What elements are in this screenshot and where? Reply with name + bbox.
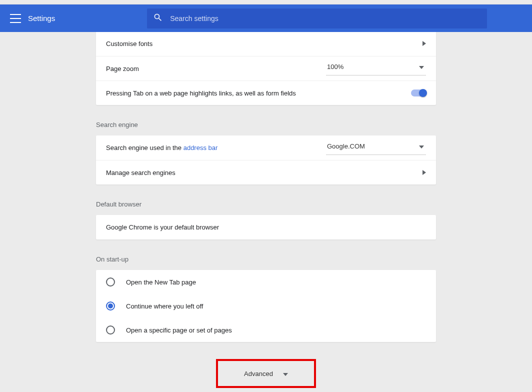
browser-chrome-strip	[0, 0, 532, 4]
search-engine-value: Google.COM	[327, 142, 365, 150]
search-input[interactable]	[170, 14, 481, 22]
search-icon	[153, 12, 163, 24]
chevron-right-icon	[422, 169, 426, 176]
default-browser-card: Google Chrome is your default browser	[96, 215, 436, 240]
advanced-label: Advanced	[244, 370, 273, 378]
menu-icon[interactable]	[10, 14, 21, 23]
search-engine-label: Search engine used in the address bar	[106, 144, 326, 152]
radio-icon[interactable]	[106, 326, 115, 334]
appearance-card: Customise fonts Page zoom 100% Pressing …	[96, 32, 436, 105]
startup-option-continue[interactable]: Continue where you left off	[96, 294, 436, 318]
search-bar[interactable]	[147, 8, 487, 28]
startup-option-label: Continue where you left off	[126, 302, 203, 310]
caret-down-icon	[419, 63, 424, 70]
startup-option-label: Open a specific page or set of pages	[126, 326, 232, 334]
section-on-startup: On start-up	[96, 256, 436, 263]
page-body: Customise fonts Page zoom 100% Pressing …	[0, 32, 532, 392]
search-engine-prefix: Search engine used in the	[106, 144, 184, 152]
caret-down-icon	[283, 370, 288, 378]
caret-down-icon	[419, 142, 424, 150]
default-browser-row: Google Chrome is your default browser	[96, 215, 436, 240]
default-browser-status: Google Chrome is your default browser	[106, 224, 426, 231]
tab-highlight-row: Pressing Tab on a web page highlights li…	[96, 80, 436, 105]
startup-option-label: Open the New Tab page	[126, 278, 196, 286]
page-zoom-value: 100%	[327, 63, 344, 70]
advanced-toggle[interactable]: Advanced	[216, 359, 316, 388]
app-header: Settings	[0, 4, 532, 32]
page-zoom-dropdown[interactable]: 100%	[326, 62, 426, 76]
page-title: Settings	[28, 14, 55, 22]
tab-highlight-toggle[interactable]	[411, 90, 426, 96]
on-startup-card: Open the New Tab page Continue where you…	[96, 270, 436, 342]
chevron-right-icon	[422, 40, 426, 48]
page-zoom-label: Page zoom	[106, 65, 326, 72]
toggle-knob	[419, 89, 427, 97]
customise-fonts-row[interactable]: Customise fonts	[96, 32, 436, 56]
page-zoom-row: Page zoom 100%	[96, 56, 436, 80]
manage-search-engines-label: Manage search engines	[106, 169, 422, 176]
search-engine-dropdown[interactable]: Google.COM	[326, 141, 426, 155]
section-default-browser: Default browser	[96, 200, 436, 208]
manage-search-engines-row[interactable]: Manage search engines	[96, 160, 436, 184]
startup-option-new-tab[interactable]: Open the New Tab page	[96, 270, 436, 294]
radio-icon[interactable]	[106, 278, 115, 286]
startup-option-specific[interactable]: Open a specific page or set of pages	[96, 318, 436, 342]
radio-icon[interactable]	[106, 302, 115, 310]
tab-highlight-label: Pressing Tab on a web page highlights li…	[106, 90, 411, 97]
search-engine-card: Search engine used in the address bar Go…	[96, 136, 436, 184]
section-search-engine: Search engine	[96, 121, 436, 128]
address-bar-link[interactable]: address bar	[184, 144, 218, 152]
search-engine-row: Search engine used in the address bar Go…	[96, 136, 436, 160]
customise-fonts-label: Customise fonts	[106, 40, 422, 48]
